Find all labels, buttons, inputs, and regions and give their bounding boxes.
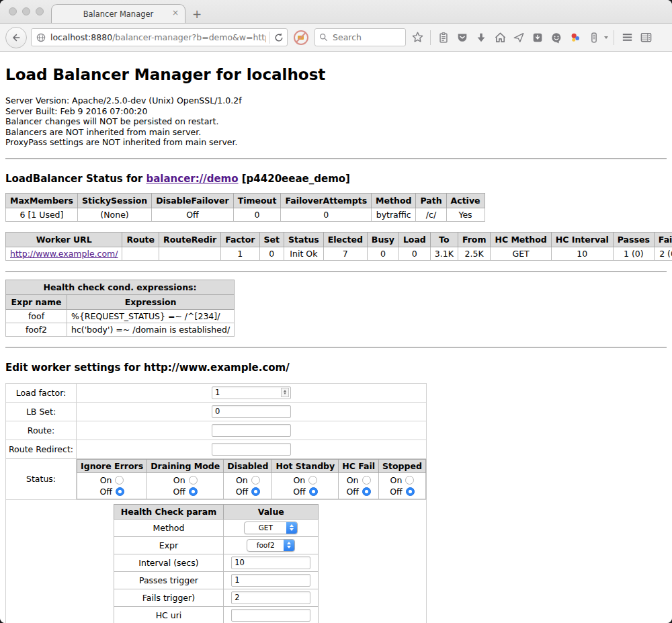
extension-colors-icon[interactable]	[568, 30, 583, 45]
col-header: Health Check param	[114, 504, 224, 519]
radio-on[interactable]	[115, 476, 124, 485]
divider	[5, 158, 667, 159]
radio-off[interactable]	[406, 487, 415, 496]
radio-off[interactable]	[251, 487, 260, 496]
hc-passes-input[interactable]	[231, 574, 310, 587]
feedback-smiley-icon[interactable]	[549, 30, 564, 45]
pocket-icon[interactable]	[455, 30, 470, 45]
zoom-window-icon[interactable]	[36, 7, 44, 15]
number-stepper-icon[interactable]	[281, 388, 289, 397]
url-path: /balancer-manager?b=demo&w=http://www.ex…	[112, 32, 266, 42]
bookmark-star-icon[interactable]	[410, 30, 425, 45]
reload-icon[interactable]	[274, 32, 284, 43]
off-label: Off	[236, 486, 248, 497]
radio-on[interactable]	[189, 476, 198, 485]
navigation-toolbar: localhost:8880/balancer-manager?b=demo&w…	[0, 24, 672, 52]
load-factor-input[interactable]	[212, 386, 291, 399]
server-built-line: Server Built: Feb 9 2016 07:00:20	[5, 106, 667, 117]
close-window-icon[interactable]	[9, 7, 17, 15]
method-label: Method	[114, 519, 224, 536]
status-col-disabled: On Off	[224, 472, 272, 499]
page-title: Load Balancer Manager for localhost	[5, 66, 667, 83]
col-header: HC Method	[491, 232, 551, 247]
sidebar-grid-icon[interactable]	[638, 30, 653, 45]
load-factor-label: Load factor:	[6, 383, 77, 402]
col-header: RouteRedir	[159, 232, 221, 247]
status-col-stopped: On Off	[379, 472, 426, 499]
off-label: Off	[346, 486, 358, 497]
col-header: Passes	[613, 232, 654, 247]
radio-off[interactable]	[116, 487, 124, 496]
minimize-window-icon[interactable]	[22, 7, 30, 15]
table-cell: (None)	[77, 208, 151, 221]
url-bar[interactable]: localhost:8880/balancer-manager?b=demo&w…	[31, 28, 288, 46]
tab-bar: Balancer Manager × +	[0, 0, 672, 24]
reading-list-icon[interactable]	[436, 30, 451, 45]
radio-off[interactable]	[189, 487, 198, 496]
col-header: Method	[372, 193, 416, 208]
on-label: On	[173, 474, 185, 486]
hc-interval-input[interactable]	[231, 556, 310, 569]
table-cell: Off	[152, 208, 233, 221]
status-col-header: Stopped	[379, 459, 426, 472]
downloads-icon[interactable]	[474, 30, 489, 45]
table-cell: 7	[323, 247, 367, 260]
radio-on[interactable]	[405, 476, 414, 485]
new-tab-button[interactable]: +	[192, 9, 202, 20]
expr-label: Expr	[114, 536, 224, 554]
col-header: MaxMembers	[6, 193, 78, 208]
notice-line: Balancers are NOT inherited from main se…	[5, 127, 667, 138]
radio-on[interactable]	[251, 476, 260, 485]
on-label: On	[293, 474, 305, 486]
expression-cell: hc('body') =~ /domain is established/	[67, 323, 235, 336]
plugin-blocked-icon[interactable]	[294, 30, 308, 45]
hc-expr-select[interactable]: foof2	[247, 539, 295, 552]
menu-hamburger-icon[interactable]	[620, 30, 634, 45]
route-input[interactable]	[212, 424, 291, 437]
table-row: http://www.example.com/ 1 0 Init Ok 7 0 …	[6, 247, 672, 260]
send-to-device-icon[interactable]	[511, 30, 526, 45]
server-version-line: Server Version: Apache/2.5.0-dev (Unix) …	[5, 95, 667, 106]
radio-on[interactable]	[362, 476, 371, 485]
loadbalancer-status-heading: LoadBalancer Status for balancer://demo …	[5, 173, 667, 185]
table-row: foof2 hc('body') =~ /domain is establish…	[6, 323, 235, 336]
hc-method-select[interactable]: GET	[244, 522, 298, 534]
col-header: Load	[398, 232, 430, 247]
col-header: StickySession	[77, 193, 151, 208]
edit-worker-settings-heading: Edit worker settings for http://www.exam…	[5, 362, 667, 374]
route-redirect-input[interactable]	[212, 443, 291, 456]
search-input[interactable]	[314, 28, 406, 46]
col-header: HC Interval	[551, 232, 613, 247]
table-cell: 2.5K	[458, 247, 491, 260]
expr-name-cell: foof	[6, 309, 67, 323]
tab-close-icon[interactable]: ×	[172, 8, 179, 17]
off-label: Off	[99, 486, 112, 497]
col-header: To	[430, 232, 458, 247]
on-label: On	[390, 474, 403, 486]
table-cell: 6 [1 Used]	[6, 208, 78, 221]
status-col-header: HC Fail	[339, 459, 379, 472]
container-tabs-icon[interactable]	[587, 30, 601, 45]
col-header: Path	[416, 193, 446, 208]
col-header: Elected	[323, 232, 367, 247]
status-col-draining-mode: On Off	[147, 472, 224, 499]
save-page-icon[interactable]	[530, 30, 545, 45]
radio-on[interactable]	[308, 476, 317, 485]
radio-off[interactable]	[362, 487, 371, 496]
hc-fails-input[interactable]	[231, 591, 310, 604]
back-button[interactable]	[5, 27, 27, 48]
balancer-demo-link[interactable]: balancer://demo	[146, 173, 238, 185]
fails-trigger-label: Fails trigger)	[114, 589, 224, 606]
home-icon[interactable]	[493, 30, 507, 45]
balancer-status-table: MaxMembers StickySession DisableFailover…	[5, 193, 485, 222]
hc-uri-input[interactable]	[231, 609, 310, 622]
on-label: On	[236, 474, 248, 486]
off-label: Off	[390, 486, 402, 497]
lb-set-label: LB Set:	[6, 402, 77, 421]
url-text[interactable]: localhost:8880/balancer-manager?b=demo&w…	[50, 32, 266, 42]
tab-balancer-manager[interactable]: Balancer Manager ×	[51, 4, 185, 23]
radio-off[interactable]	[309, 487, 318, 496]
lb-set-input[interactable]	[212, 405, 291, 418]
overflow-caret-icon[interactable]	[604, 36, 608, 39]
worker-url-link[interactable]: http://www.example.com/	[10, 249, 118, 259]
